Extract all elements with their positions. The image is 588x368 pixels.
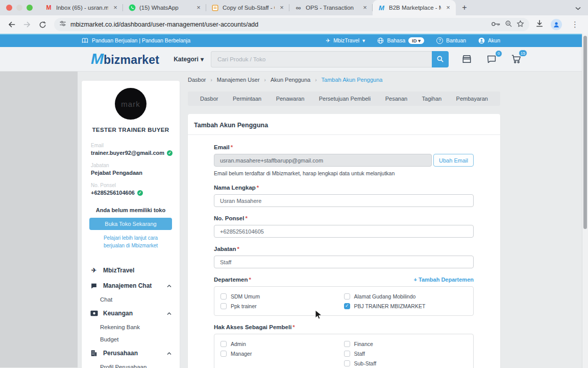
cart-button[interactable]: 15 (510, 53, 523, 65)
tab-search-chevron-icon[interactable] (575, 3, 581, 12)
fullscreen-window-button[interactable] (27, 5, 33, 11)
tab-tagihan[interactable]: Tagihan (422, 96, 442, 102)
full-name-input[interactable] (214, 194, 474, 207)
url-text[interactable]: mbizmarket.co.id/dashboard/user-manageme… (70, 21, 487, 28)
chat-badge: 0 (495, 50, 502, 57)
tab-ops[interactable]: ∞ OPS - Transaction × (289, 0, 373, 15)
email-input[interactable] (214, 154, 432, 167)
language-pill[interactable]: ID ▾ (408, 37, 424, 44)
store-button[interactable] (460, 53, 473, 65)
search-input[interactable] (211, 51, 432, 67)
option-label: Manager (231, 351, 252, 357)
search-button[interactable] (432, 51, 449, 67)
bookmark-star-icon[interactable] (517, 20, 524, 30)
sidebar-item-bank-account[interactable]: Rekening Bank (82, 321, 180, 333)
sidebar: mark TESTER TRAINER BUYER Email trainer.… (82, 81, 180, 368)
checkbox[interactable] (344, 341, 350, 347)
tab-pesanan[interactable]: Pesanan (385, 96, 407, 102)
tab-permintaan[interactable]: Permintaan (233, 96, 261, 102)
account-link[interactable]: Akun (478, 37, 500, 44)
language-selector[interactable]: Bahasa ID ▾ (377, 37, 424, 44)
access-option[interactable]: Sub-Staff (344, 358, 468, 368)
new-tab-button[interactable]: + (458, 1, 471, 14)
guides-link[interactable]: Panduan Berjualan | Panduan Berbelanja (82, 37, 190, 43)
access-option[interactable]: Finance (344, 339, 468, 349)
add-department-link[interactable]: + Tambah Departemen (414, 277, 474, 283)
department-option[interactable]: Alamat Gudang Mobilindo (344, 291, 468, 301)
sidebar-item-budget[interactable]: Budget (82, 333, 180, 346)
tab-dasbor[interactable]: Dasbor (200, 96, 218, 102)
back-button[interactable] (5, 18, 18, 31)
option-label: Staff (354, 351, 365, 357)
forward-button[interactable] (20, 18, 34, 31)
tab-whatsapp[interactable]: (15) WhatsApp × (123, 0, 206, 15)
chat-icon (90, 283, 98, 289)
browser-menu-icon[interactable]: ⋮ (569, 20, 581, 29)
tab-mbizmarket-active[interactable]: M B2B Marketplace - Mbizmark × (373, 0, 456, 15)
page-scrollbar[interactable] (582, 34, 588, 368)
email-label: Email (91, 143, 170, 148)
tab-pembayaran[interactable]: Pembayaran (456, 96, 488, 102)
checkbox[interactable] (220, 293, 227, 300)
access-option[interactable]: Staff (344, 349, 468, 358)
tab-close-icon[interactable]: × (195, 4, 202, 11)
minimize-window-button[interactable] (16, 5, 22, 11)
sidebar-item-chat-group[interactable]: Manajemen Chat (82, 278, 180, 293)
reload-button[interactable] (36, 18, 49, 31)
sidebar-item-mbiztravel[interactable]: ✈ MbizTravel (82, 263, 180, 278)
option-label: PBJ TRAINER MBIZMARKET (354, 303, 426, 309)
password-key-icon[interactable] (491, 20, 501, 29)
access-option[interactable]: Manager (220, 349, 344, 358)
tab-close-icon[interactable]: × (361, 4, 369, 11)
tab-close-icon[interactable]: × (445, 4, 452, 11)
breadcrumb-dasbor[interactable]: Dasbor (188, 77, 206, 83)
breadcrumb-separator: › (315, 77, 316, 83)
chat-button[interactable]: 0 (485, 54, 498, 65)
tab-gmail[interactable]: M Inbox (65) - usran.masahere × (40, 0, 123, 15)
breadcrumb-manajemen-user[interactable]: Manajemen User (217, 77, 260, 83)
change-email-button[interactable]: Ubah Email (433, 154, 474, 167)
sidebar-item-company-profile[interactable]: Profil Perusahaan (82, 361, 180, 368)
profile-avatar-icon[interactable] (551, 19, 562, 30)
close-window-button[interactable] (6, 5, 12, 11)
tab-sheets[interactable]: Copy of Sub-Staff - Google S × (206, 0, 289, 15)
tab-persetujuan-pembeli[interactable]: Persetujuan Pembeli (319, 96, 371, 102)
required-mark: * (257, 185, 259, 191)
checkbox[interactable] (344, 360, 350, 366)
breadcrumb-akun-pengguna[interactable]: Akun Pengguna (271, 77, 310, 83)
tab-close-icon[interactable]: × (112, 4, 119, 11)
search-icon (436, 55, 444, 63)
department-option[interactable]: PBJ TRAINER MBIZMARKET (344, 301, 468, 311)
checkbox[interactable] (344, 351, 350, 357)
help-link[interactable]: ? Bantuan (436, 37, 466, 44)
department-option[interactable]: Ppk trainer (220, 301, 344, 311)
mbiztravel-link[interactable]: ✈ MbizTravel ▾ (326, 37, 365, 43)
sidebar-item-chat[interactable]: Chat (82, 293, 180, 306)
checkbox[interactable] (344, 293, 350, 300)
checkbox[interactable] (220, 341, 227, 347)
category-dropdown[interactable]: Kategori ▾ (174, 56, 204, 63)
checkbox[interactable] (344, 303, 350, 309)
access-option[interactable]: Admin (220, 339, 344, 349)
address-bar[interactable]: mbizmarket.co.id/dashboard/user-manageme… (54, 18, 529, 31)
department-options: SDM Umum Ppk trainer Alamat (214, 286, 474, 316)
department-option[interactable]: SDM Umum (220, 291, 344, 301)
phone-input[interactable] (214, 225, 474, 238)
site-info-icon[interactable] (59, 20, 66, 29)
menu-label: Perusahaan (103, 350, 138, 357)
download-icon[interactable] (535, 19, 544, 30)
open-shop-button[interactable]: Buka Toko Sekarang (89, 218, 172, 230)
learn-more-link[interactable]: Pelajari lebih lanjut cara berjualan di … (92, 235, 169, 249)
checkbox[interactable] (220, 303, 227, 309)
checkbox[interactable] (220, 351, 227, 357)
position-input[interactable] (214, 256, 474, 268)
caret-down-icon: ▾ (362, 37, 365, 43)
profile-info: Email trainer.buyer92@gmail.com✓ Jabatan… (82, 133, 180, 196)
tab-close-icon[interactable]: × (278, 4, 285, 11)
zoom-icon[interactable] (505, 20, 512, 30)
tab-penawaran[interactable]: Penawaran (276, 96, 305, 102)
sidebar-item-company-group[interactable]: Perusahaan (82, 346, 180, 361)
mbizmarket-logo[interactable]: Mbizmarket (91, 51, 159, 67)
scrollbar-thumb[interactable] (583, 36, 587, 229)
sidebar-item-finance-group[interactable]: Keuangan (82, 306, 180, 321)
